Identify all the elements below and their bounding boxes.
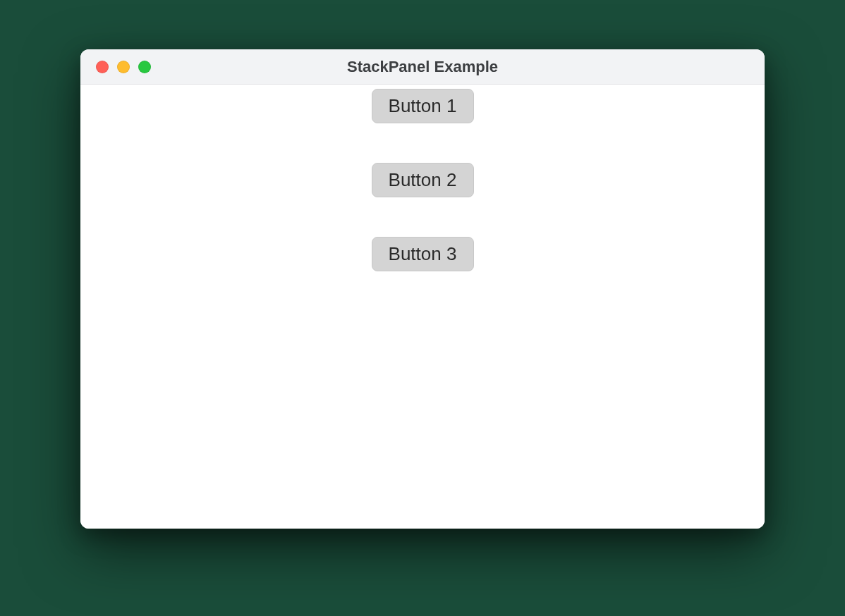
app-window: StackPanel Example Button 1 Button 2 But… <box>80 49 765 529</box>
minimize-icon[interactable] <box>117 61 130 73</box>
button-2[interactable]: Button 2 <box>372 163 474 197</box>
maximize-icon[interactable] <box>138 61 151 73</box>
button-1[interactable]: Button 1 <box>372 89 474 123</box>
window-title: StackPanel Example <box>80 58 765 76</box>
close-icon[interactable] <box>96 61 109 73</box>
button-3[interactable]: Button 3 <box>372 237 474 271</box>
traffic-lights <box>80 61 151 73</box>
titlebar: StackPanel Example <box>80 49 765 85</box>
stack-panel: Button 1 Button 2 Button 3 <box>80 85 765 529</box>
